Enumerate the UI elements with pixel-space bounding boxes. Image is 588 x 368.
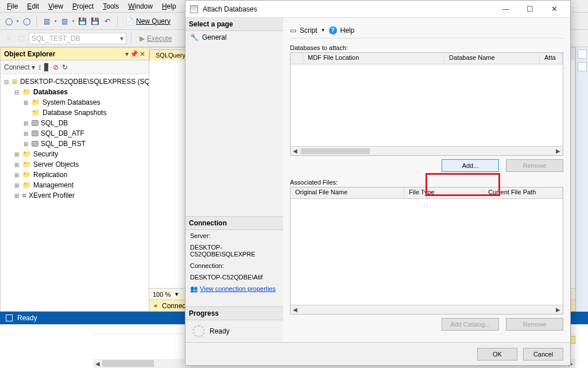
tree-db-rst[interactable]: ⊞SQL_DB_RST bbox=[1, 139, 149, 149]
graph-icon[interactable]: ⬚ bbox=[16, 33, 26, 44]
back-button[interactable]: ◯ bbox=[3, 16, 14, 26]
minimize-button[interactable]: — bbox=[494, 2, 517, 16]
zoom-level[interactable]: 100 % bbox=[153, 291, 171, 298]
object-explorer-toolbar: Connect ▾ ⟟ ▊ ⊘ ↻ bbox=[1, 60, 149, 74]
new-query-button[interactable]: 📄 New Query bbox=[122, 16, 173, 27]
col-attach[interactable]: Atta bbox=[540, 53, 563, 64]
grid1-hscroll[interactable]: ◀▶ bbox=[291, 146, 563, 155]
object-explorer-panel: Object Explorer ▾ 📌 ✕ Connect ▾ ⟟ ▊ ⊘ ↻ … bbox=[0, 47, 149, 312]
connect-button[interactable]: Connect ▾ bbox=[4, 63, 35, 71]
col-ftype[interactable]: File Type bbox=[404, 187, 483, 198]
scroll-thumb[interactable] bbox=[102, 360, 154, 367]
select-page-header: Select a page bbox=[185, 18, 283, 31]
help-icon: ? bbox=[329, 26, 337, 34]
dropdown-icon[interactable]: ▾ bbox=[125, 50, 129, 58]
sync-icon[interactable]: ↻ bbox=[62, 63, 68, 71]
save-all-button[interactable]: 💾 bbox=[90, 16, 100, 26]
grid2-hscroll[interactable]: ◀▶ bbox=[291, 305, 563, 314]
refresh-icon[interactable]: ▊ bbox=[44, 63, 49, 71]
status-icon bbox=[6, 315, 13, 321]
tree-security[interactable]: ⊞📁Security bbox=[1, 149, 149, 159]
tree-db-sqldb[interactable]: ⊞SQL_DB bbox=[1, 118, 149, 128]
view-connection-link[interactable]: 👥 View connection properties bbox=[185, 283, 283, 295]
connection-value: DESKTOP-C52QDBE\Atif bbox=[185, 271, 283, 283]
database-selector[interactable]: SQL_TEST_DB▾ bbox=[29, 33, 126, 44]
wrench-icon: 🔧 bbox=[190, 33, 199, 41]
execute-button[interactable]: ▶ Execute bbox=[136, 33, 175, 44]
grid2-header: Original File Name File Type Current Fil… bbox=[291, 187, 563, 199]
dialog-title: Attach Databases bbox=[203, 5, 257, 13]
tree-system-databases[interactable]: ⊞📁System Databases bbox=[1, 97, 149, 108]
close-icon[interactable]: ✕ bbox=[140, 50, 145, 58]
col-dbname[interactable]: Database Name bbox=[444, 53, 540, 64]
cancel-button[interactable]: Cancel bbox=[523, 348, 563, 361]
help-button[interactable]: Help bbox=[341, 26, 355, 34]
menu-file[interactable]: File bbox=[2, 1, 22, 12]
maximize-button[interactable]: ☐ bbox=[519, 2, 541, 16]
script-help-row: ▭ Script ▼ ? Help bbox=[290, 22, 563, 39]
scroll-left-arrow[interactable]: ◀ bbox=[93, 361, 102, 367]
tree-server-objects[interactable]: ⊞📁Server Objects bbox=[1, 159, 149, 170]
close-button[interactable]: ✕ bbox=[543, 2, 566, 16]
col-orig[interactable]: Original File Name bbox=[291, 187, 404, 198]
gutter-item[interactable] bbox=[578, 49, 587, 59]
tree-db-snapshots[interactable]: 📁Database Snapshots bbox=[1, 108, 149, 118]
spinner-icon bbox=[192, 325, 205, 338]
databases-to-attach-grid[interactable]: MDF File Location Database Name Atta ◀▶ bbox=[290, 52, 563, 156]
forward-button[interactable]: ◯ bbox=[21, 16, 32, 26]
script-button[interactable]: Script bbox=[300, 26, 318, 34]
script-dropdown[interactable]: ▼ bbox=[321, 28, 326, 33]
new-query-icon: 📄 bbox=[125, 17, 134, 25]
connect-icon: ⚭ bbox=[153, 302, 158, 310]
databases-to-attach-label: Databases to attach: bbox=[290, 44, 563, 51]
server-label: Server: bbox=[185, 230, 283, 241]
ok-button[interactable]: OK bbox=[477, 348, 517, 361]
tree-management[interactable]: ⊞📁Management bbox=[1, 180, 149, 190]
object-tree[interactable]: ⊟🖥DESKTOP-C52QDBE\SQLEXPRESS (SQL ⊟📁Data… bbox=[1, 74, 149, 311]
stop-icon[interactable]: ⊘ bbox=[53, 63, 59, 71]
menu-window[interactable]: Window bbox=[123, 1, 157, 12]
page-general[interactable]: 🔧 General bbox=[185, 31, 283, 44]
status-text: Ready bbox=[17, 314, 37, 322]
menu-project[interactable]: Project bbox=[68, 1, 98, 12]
col-mdf[interactable]: MDF File Location bbox=[303, 53, 444, 64]
tree-xevent[interactable]: ⊞⌗XEvent Profiler bbox=[1, 190, 149, 201]
filter-icon[interactable]: ⟟ bbox=[38, 63, 41, 71]
database-icon bbox=[32, 120, 38, 126]
remove-file-button[interactable]: Remove bbox=[506, 318, 563, 331]
progress-value: Ready bbox=[210, 327, 230, 335]
pin-icon[interactable]: 📌 bbox=[130, 50, 138, 58]
gutter-item[interactable] bbox=[578, 62, 587, 71]
dialog-right-pane: ▭ Script ▼ ? Help Databases to attach: M… bbox=[283, 18, 570, 342]
menu-view[interactable]: View bbox=[44, 1, 68, 12]
remove-button[interactable]: Remove bbox=[506, 159, 563, 172]
undo-button[interactable]: ↶ bbox=[102, 16, 113, 26]
menu-tools[interactable]: Tools bbox=[98, 1, 123, 12]
tree-databases[interactable]: ⊟📁Databases bbox=[1, 87, 149, 97]
database-icon bbox=[32, 141, 38, 147]
dialog-titlebar[interactable]: Attach Databases — ☐ ✕ bbox=[185, 1, 570, 18]
connection-label: Connection: bbox=[185, 260, 283, 271]
add-button[interactable]: Add... bbox=[442, 159, 499, 172]
dialog-left-pane: Select a page 🔧 General Connection Serve… bbox=[185, 18, 283, 342]
open-button[interactable]: ▥ bbox=[59, 16, 69, 26]
attach-databases-dialog: Attach Databases — ☐ ✕ Select a page 🔧 G… bbox=[185, 0, 571, 366]
dialog-footer: OK Cancel bbox=[185, 342, 570, 365]
branch-icon[interactable]: ⑂ bbox=[3, 33, 14, 44]
grid1-header: MDF File Location Database Name Atta bbox=[291, 53, 563, 64]
tree-replication[interactable]: ⊞📁Replication bbox=[1, 170, 149, 180]
associated-files-label: Associated Files: bbox=[290, 179, 563, 186]
save-button[interactable]: 💾 bbox=[77, 16, 87, 26]
new-file-button[interactable]: ▥ bbox=[41, 16, 52, 26]
tree-server-node[interactable]: ⊟🖥DESKTOP-C52QDBE\SQLEXPRESS (SQL bbox=[1, 76, 149, 87]
script-icon: ▭ bbox=[290, 26, 296, 34]
play-icon: ▶ bbox=[140, 34, 145, 43]
associated-files-grid[interactable]: Original File Name File Type Current Fil… bbox=[290, 187, 563, 315]
menu-help[interactable]: Help bbox=[157, 1, 181, 12]
tree-db-atf[interactable]: ⊞SQL_DB_ATF bbox=[1, 128, 149, 139]
add-catalog-button[interactable]: Add Catalog... bbox=[442, 318, 499, 331]
object-explorer-title: Object Explorer ▾ 📌 ✕ bbox=[1, 48, 149, 60]
menu-edit[interactable]: Edit bbox=[22, 1, 44, 12]
col-curpath[interactable]: Current File Path bbox=[483, 187, 563, 198]
person-icon: 👥 bbox=[190, 285, 198, 292]
